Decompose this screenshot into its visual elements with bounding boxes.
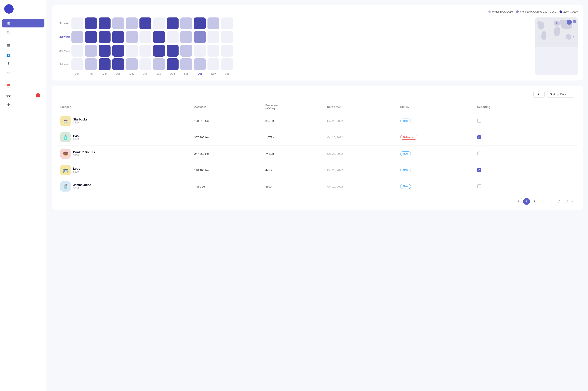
heatmap-cell[interactable]: [207, 17, 219, 29]
heatmap-cell[interactable]: [167, 17, 179, 29]
sidebar-item-clients[interactable]: 👥: [2, 51, 44, 59]
reporting-checkbox[interactable]: [477, 152, 481, 155]
heatmap-cell[interactable]: [126, 45, 138, 57]
heatmap-cell[interactable]: [153, 17, 165, 29]
col-activities: Activities: [191, 101, 262, 113]
heatmap-cell[interactable]: [139, 45, 151, 57]
pagination-page-2[interactable]: 2: [523, 198, 530, 205]
sidebar-item-dashboard[interactable]: ⊞: [2, 19, 44, 27]
shipper-cell-1: 🧴 P&G $300: [57, 129, 191, 146]
heatmap-cell[interactable]: [71, 45, 83, 57]
actions-cell-2[interactable]: ⋮: [538, 146, 578, 162]
heatmap-cell[interactable]: [207, 45, 219, 57]
heatmap-cell[interactable]: [207, 31, 219, 43]
reporting-cell-4[interactable]: [474, 178, 538, 195]
actions-cell-4[interactable]: ⋮: [538, 178, 578, 195]
heatmap-cell[interactable]: [85, 45, 97, 57]
sort-select[interactable]: Sort by: Date Sort by: Name Sort by: Sta…: [547, 91, 575, 98]
pagination-prev[interactable]: ‹: [513, 199, 514, 203]
heatmap-cell[interactable]: [85, 31, 97, 43]
heatmap-grid: 4th week3rd week2nd week1st week JanFebM…: [57, 17, 532, 75]
heatmap-cells: [71, 31, 532, 43]
row-menu-button[interactable]: ⋮: [541, 118, 547, 124]
sidebar-item-projects[interactable]: 🗂: [2, 28, 44, 36]
reporting-checkbox[interactable]: [477, 184, 481, 188]
heatmap-cell[interactable]: [71, 17, 83, 29]
heatmap-cell[interactable]: [112, 45, 124, 57]
heatmap-cell[interactable]: [126, 58, 138, 70]
heatmap-cell[interactable]: [194, 31, 206, 43]
heatmap-cell[interactable]: [221, 17, 233, 29]
heatmap-cell[interactable]: [221, 58, 233, 70]
heatmap-cell[interactable]: [180, 45, 192, 57]
reporting-cell-0[interactable]: [474, 113, 538, 129]
pagination-next[interactable]: ›: [572, 199, 573, 203]
sidebar-item-integrations[interactable]: <>: [2, 69, 44, 77]
heatmap-cell[interactable]: [207, 58, 219, 70]
sidebar-item-calendar[interactable]: 📅: [2, 82, 44, 90]
reporting-checkbox[interactable]: ✓: [477, 135, 481, 139]
heatmap-cell[interactable]: [153, 45, 165, 57]
row-menu-button[interactable]: ⋮: [541, 150, 547, 157]
col-emission: Emission(tCO₂e): [262, 101, 324, 113]
reporting-cell-1[interactable]: ✓: [474, 129, 538, 146]
pagination-ellipsis[interactable]: ...: [547, 198, 554, 205]
heatmap-row: 3rd week: [57, 31, 532, 43]
actions-cell-3[interactable]: ⋮: [538, 162, 578, 178]
sidebar: ⊞ 🗂 ☰ 👥 $ <> 📅 💬 ⚙: [0, 0, 47, 391]
transport-table: Shipper Activities Emission(tCO₂e) Date …: [57, 101, 578, 195]
row-menu-button[interactable]: ⋮: [541, 183, 547, 190]
heatmap-cell[interactable]: [99, 17, 111, 29]
heatmap-cell[interactable]: [99, 31, 111, 43]
heatmap-cell[interactable]: [180, 58, 192, 70]
heatmap-cell[interactable]: [139, 58, 151, 70]
heatmap-cell[interactable]: [153, 58, 165, 70]
svg-point-2: [573, 20, 576, 23]
heatmap-cell[interactable]: [112, 31, 124, 43]
reporting-checkbox[interactable]: [477, 119, 481, 123]
shipper-details: Starbucks $300: [73, 118, 88, 124]
heatmap-cell[interactable]: [99, 45, 111, 57]
reporting-checkbox[interactable]: ✓: [477, 168, 481, 172]
heatmap-cell[interactable]: [112, 58, 124, 70]
reporting-cell-3[interactable]: ✓: [474, 162, 538, 178]
heatmap-cell[interactable]: [221, 45, 233, 57]
emission-header: Under 100K CO₂e From 100K CO₂e to 200K C…: [57, 10, 578, 13]
heatmap-cell[interactable]: [194, 17, 206, 29]
heatmap-cell[interactable]: [167, 45, 179, 57]
heatmap-cell[interactable]: [180, 17, 192, 29]
heatmap-cell[interactable]: [71, 31, 83, 43]
heatmap-cell[interactable]: [194, 58, 206, 70]
row-menu-button[interactable]: ⋮: [541, 167, 547, 173]
heatmap-cell[interactable]: [112, 17, 124, 29]
pagination-page-10[interactable]: 10: [555, 198, 562, 205]
pagination-page-1[interactable]: 1: [515, 198, 522, 205]
sidebar-item-settings[interactable]: ⚙: [2, 100, 44, 109]
actions-cell-1[interactable]: ⋮: [538, 129, 578, 146]
actions-cell-0[interactable]: ⋮: [538, 113, 578, 129]
heatmap-cell[interactable]: [126, 17, 138, 29]
heatmap-cell[interactable]: [126, 31, 138, 43]
heatmap-cell[interactable]: [71, 58, 83, 70]
heatmap-cell[interactable]: [167, 58, 179, 70]
heatmap-cell[interactable]: [180, 31, 192, 43]
svg-point-4: [573, 36, 574, 37]
heatmap-cell[interactable]: [221, 31, 233, 43]
heatmap-cell[interactable]: [167, 31, 179, 43]
heatmap-cell[interactable]: [85, 58, 97, 70]
sidebar-item-messages[interactable]: 💬: [2, 91, 44, 99]
heatmap-cell[interactable]: [194, 45, 206, 57]
row-menu-button[interactable]: ⋮: [541, 134, 547, 140]
heatmap-cell[interactable]: [153, 31, 165, 43]
sidebar-item-profit[interactable]: $: [2, 60, 44, 68]
heatmap-cell[interactable]: [139, 31, 151, 43]
heatmap-cell[interactable]: [85, 17, 97, 29]
reporting-cell-2[interactable]: [474, 146, 538, 162]
filter-button[interactable]: ▼: [533, 91, 545, 98]
heatmap-cell[interactable]: [139, 17, 151, 29]
sidebar-item-tasks[interactable]: ☰: [2, 41, 44, 50]
pagination-page-11[interactable]: 11: [564, 198, 570, 205]
pagination-page-4[interactable]: 4: [539, 198, 546, 205]
pagination-page-3[interactable]: 3: [531, 198, 538, 205]
heatmap-cell[interactable]: [99, 58, 111, 70]
